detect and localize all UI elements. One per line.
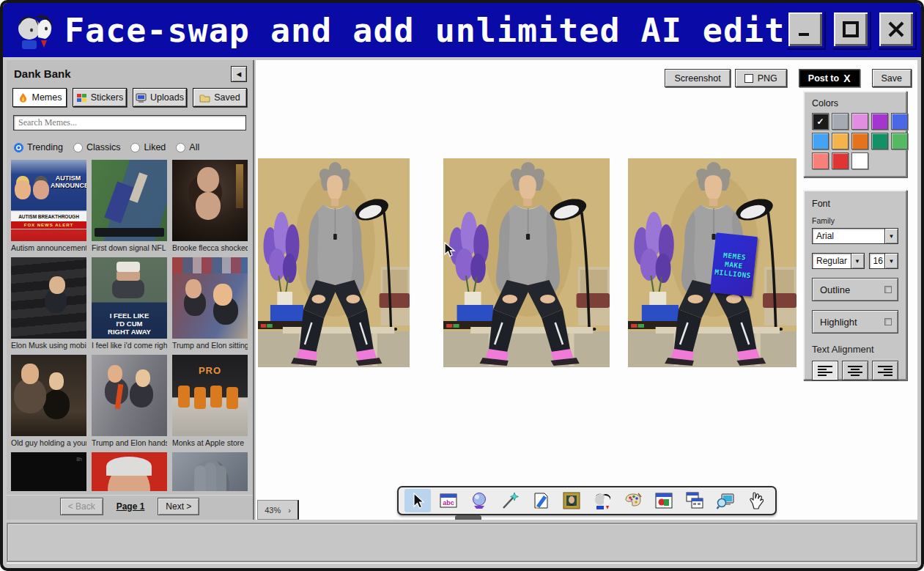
save-button[interactable]: Save — [872, 69, 912, 87]
tool-preview-search[interactable] — [712, 489, 739, 512]
color-swatch-gray[interactable] — [832, 113, 849, 130]
outline-toggle[interactable]: Outline — [812, 278, 898, 301]
font-style-select[interactable]: Regular ▼ — [812, 253, 865, 269]
meme-caption: I feel like i'd come right a.. — [92, 339, 167, 350]
color-swatch-orange[interactable] — [851, 133, 868, 150]
search-input[interactable] — [13, 115, 246, 130]
tool-image-window[interactable] — [651, 489, 677, 512]
meme-item — [92, 452, 167, 491]
zoom-level-tab[interactable]: 43% › — [257, 500, 299, 520]
color-swatch-royal-blue[interactable] — [891, 113, 908, 130]
tab-stickers[interactable]: Stickers — [73, 88, 127, 107]
window-title: Face-swap and add unlimited AI edits — [64, 11, 805, 50]
highlight-checkbox[interactable] — [884, 318, 892, 325]
tool-text[interactable]: abc — [435, 489, 462, 512]
meme-thumbnail-elon-mobile[interactable] — [11, 257, 86, 339]
tool-face-swap[interactable] — [589, 489, 616, 512]
meme-thumbnail-tweet[interactable]: 8h — [11, 452, 86, 491]
dank-bank-sidebar: Dank Bank ◄ Memes Stickers — [7, 60, 254, 520]
memes-make-millions-book: MEMES MAKE MILLIONS — [710, 232, 758, 297]
tab-memes[interactable]: Memes — [12, 88, 67, 107]
tool-magic-wand[interactable] — [497, 489, 523, 512]
face-swap-icon — [593, 491, 612, 510]
editor-canvas[interactable]: Screenshot PNG Post to X Save Colors ✓ — [256, 60, 917, 520]
meme-thumbnail-facepalm[interactable] — [172, 452, 248, 491]
chevron-down-icon[interactable]: ▼ — [884, 254, 898, 268]
maximize-button[interactable] — [832, 10, 870, 48]
tab-saved[interactable]: Saved — [193, 88, 247, 107]
align-center-button[interactable] — [842, 361, 868, 380]
meme-item: AUTISM ANNOUNCEMENT AUTISM BREAKTHROUGH … — [11, 160, 86, 255]
meme-thumbnail-first-down[interactable] — [92, 160, 167, 241]
align-left-button[interactable] — [812, 361, 838, 380]
tool-hand-pan[interactable] — [743, 489, 769, 512]
post-to-x-button[interactable]: Post to X — [799, 69, 860, 87]
meme-thumbnail-old-guy[interactable] — [11, 355, 86, 436]
tool-paint-palette[interactable] — [620, 489, 646, 512]
app-window: Face-swap and add unlimited AI edits Dan… — [0, 0, 924, 571]
sidebar-collapse-button[interactable]: ◄ — [231, 66, 247, 82]
color-swatch-green[interactable] — [891, 133, 908, 150]
thumb-overlay-text: RIGHT AWAY — [92, 328, 167, 336]
font-family-select[interactable]: Arial ▼ — [812, 228, 898, 244]
screenshot-label: Screenshot — [674, 73, 720, 84]
family-label: Family — [812, 216, 898, 225]
filter-all[interactable]: All — [176, 142, 199, 152]
tool-draw-edit[interactable] — [528, 489, 554, 512]
color-swatch-white[interactable] — [851, 152, 868, 169]
color-swatch-teal[interactable] — [871, 133, 888, 150]
canvas-image-2[interactable] — [443, 158, 610, 367]
chevron-down-icon[interactable]: ▼ — [884, 229, 898, 243]
highlight-label: Highlight — [820, 317, 857, 328]
color-swatch-purple[interactable] — [871, 113, 888, 130]
color-swatch-orchid[interactable] — [851, 113, 868, 130]
meme-thumbnail-brooke-shocked[interactable] — [172, 160, 248, 241]
zoom-expand-chevron[interactable]: › — [288, 506, 291, 515]
tool-cascade-windows[interactable] — [681, 489, 708, 512]
highlight-toggle[interactable]: Highlight — [812, 310, 898, 334]
close-button[interactable] — [877, 10, 915, 48]
page-indicator[interactable]: Page 1 — [117, 501, 145, 512]
outline-checkbox[interactable] — [884, 286, 892, 293]
canvas-image-1[interactable] — [258, 158, 410, 367]
color-swatch-red[interactable] — [832, 152, 849, 169]
color-swatch-salmon[interactable] — [812, 152, 829, 169]
titlebar: Face-swap and add unlimited AI edits — [3, 3, 921, 57]
meme-thumbnail-trump-elon-handshake[interactable] — [92, 355, 167, 436]
meme-item: PRO Monks at Apple store — [172, 355, 248, 450]
meme-item — [172, 452, 248, 491]
back-button[interactable]: < Back — [60, 498, 103, 515]
toolbar-drag-handle[interactable] — [455, 515, 481, 520]
filter-liked[interactable]: Liked — [130, 142, 166, 152]
align-right-button[interactable] — [872, 361, 898, 380]
canvas-image-3[interactable]: MEMES MAKE MILLIONS — [628, 158, 797, 367]
font-size-select[interactable]: 16 ▼ — [869, 253, 898, 269]
meme-thumbnail-monks-apple[interactable]: PRO — [172, 355, 248, 436]
cursor-arrow-icon — [408, 491, 427, 510]
chevron-down-icon[interactable]: ▼ — [851, 254, 864, 268]
meme-thumbnail-mourinho[interactable] — [92, 452, 167, 491]
filter-trending[interactable]: Trending — [14, 142, 63, 152]
next-button[interactable]: Next > — [158, 498, 199, 515]
face-swap-app-icon — [13, 10, 54, 51]
png-checkbox-button[interactable]: PNG — [735, 69, 787, 87]
tool-crystal-ball[interactable] — [466, 489, 492, 512]
color-swatch-black[interactable]: ✓ — [812, 113, 829, 130]
thumb-art — [15, 180, 31, 199]
tool-framed-image[interactable] — [558, 489, 585, 512]
tool-select-cursor[interactable] — [404, 489, 431, 512]
color-swatch-marigold[interactable] — [832, 133, 849, 150]
meme-thumbnail-trump-elon-sitting[interactable] — [172, 257, 248, 339]
tab-uploads[interactable]: Uploads — [133, 88, 187, 107]
meme-thumbnail-feel-like[interactable]: I FEEL LIKE I'D CUM RIGHT AWAY — [92, 257, 167, 339]
filter-classics[interactable]: Classics — [73, 142, 121, 152]
screenshot-button[interactable]: Screenshot — [665, 69, 730, 87]
meme-thumbnail-autism-announcement[interactable]: AUTISM ANNOUNCEMENT AUTISM BREAKTHROUGH … — [11, 160, 86, 241]
color-swatch-blue[interactable] — [812, 133, 829, 150]
cascade-windows-icon — [685, 491, 704, 510]
meme-item: First down signal NFL — [92, 160, 167, 255]
meme-item: 8h — [11, 452, 86, 491]
png-checkbox[interactable] — [744, 74, 753, 83]
meme-caption: Old guy holding a young ... — [11, 436, 86, 447]
minimize-button[interactable] — [786, 10, 824, 48]
